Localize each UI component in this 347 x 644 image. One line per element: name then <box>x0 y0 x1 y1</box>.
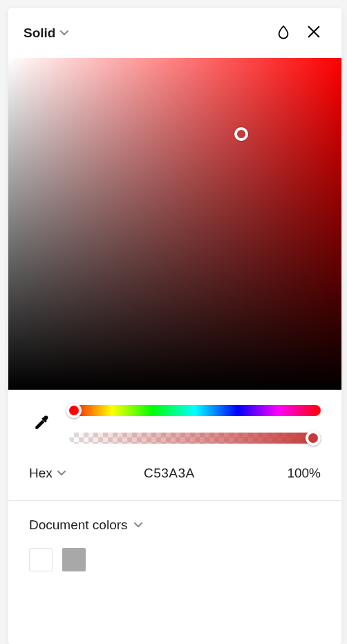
eyedropper-icon <box>32 414 50 435</box>
alpha-slider[interactable] <box>69 433 321 444</box>
document-colors-swatches <box>29 548 321 571</box>
color-format-label: Hex <box>29 466 53 481</box>
color-picker-header: Solid <box>8 8 341 58</box>
chevron-down-icon <box>57 468 66 478</box>
fill-type-label: Solid <box>24 26 55 41</box>
swatch-white[interactable] <box>29 548 53 571</box>
chevron-down-icon <box>133 520 143 530</box>
saturation-value-field[interactable] <box>8 58 341 390</box>
hue-slider[interactable] <box>69 405 321 416</box>
color-value-row: Hex C53A3A 100% <box>8 451 341 500</box>
document-colors-title: Document colors <box>29 518 128 533</box>
swatch-gray[interactable] <box>62 548 86 571</box>
droplet-icon <box>276 24 291 42</box>
eyedropper-button[interactable] <box>29 412 54 437</box>
chevron-down-icon <box>59 28 69 38</box>
document-colors-section: Document colors <box>8 501 341 588</box>
saturation-cursor[interactable] <box>234 127 248 141</box>
close-button[interactable] <box>301 21 326 46</box>
hex-input[interactable]: C53A3A <box>66 466 272 481</box>
sliders-row <box>8 390 341 451</box>
fill-type-dropdown[interactable]: Solid <box>24 26 69 41</box>
close-icon <box>306 24 321 42</box>
hue-slider-thumb[interactable] <box>66 403 82 418</box>
color-picker-panel: Solid <box>8 8 341 644</box>
alpha-slider-thumb[interactable] <box>306 430 321 446</box>
color-format-dropdown[interactable]: Hex <box>29 466 66 481</box>
opacity-input[interactable]: 100% <box>272 466 321 481</box>
blend-mode-button[interactable] <box>271 21 296 46</box>
document-colors-header[interactable]: Document colors <box>29 518 321 533</box>
